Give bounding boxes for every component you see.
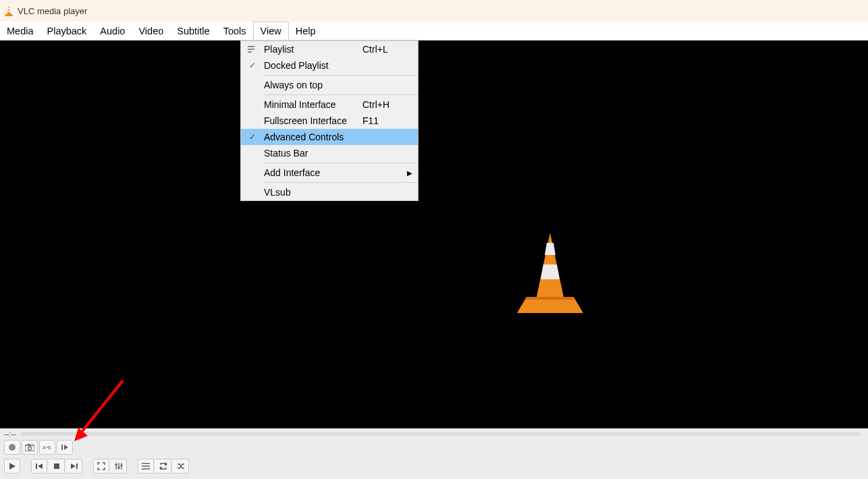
menu-item-label: Fullscreen Interface: [264, 115, 362, 126]
video-area: [0, 40, 868, 428]
menu-video[interactable]: Video: [132, 22, 170, 40]
record-button[interactable]: [4, 440, 20, 455]
view-dropdown: Playlist Ctrl+L ✓ Docked Playlist Always…: [240, 40, 418, 201]
main-controls-row: [0, 457, 868, 476]
snapshot-button[interactable]: [22, 440, 38, 455]
menu-item-shortcut: Ctrl+H: [362, 99, 403, 110]
svg-rect-1: [7, 8, 10, 9]
menu-item-status-bar[interactable]: Status Bar: [241, 145, 418, 161]
frame-step-icon: [61, 443, 69, 451]
play-icon: [8, 462, 16, 470]
svg-marker-20: [64, 445, 68, 450]
title-bar: VLC media player: [0, 0, 868, 22]
svg-point-14: [28, 447, 32, 450]
menu-item-label: VLsub: [264, 187, 362, 198]
shuffle-button[interactable]: [173, 459, 189, 474]
submenu-arrow-icon: ▶: [403, 169, 412, 177]
menu-bar: Media Playback Audio Video Subtitle Tool…: [0, 22, 868, 40]
menu-item-docked-playlist[interactable]: ✓ Docked Playlist: [241, 57, 418, 74]
playlist-icon: [142, 463, 150, 470]
menu-item-fullscreen-interface[interactable]: Fullscreen Interface F11: [241, 113, 418, 129]
menu-item-vlsub[interactable]: VLsub: [241, 184, 418, 200]
stop-icon: [53, 463, 60, 470]
svg-marker-25: [71, 463, 76, 469]
menu-item-advanced-controls[interactable]: ✓ Advanced Controls: [241, 129, 418, 145]
svg-rect-30: [115, 464, 117, 466]
menu-item-label: Minimal Interface: [264, 99, 362, 110]
fullscreen-icon: [97, 462, 105, 470]
menu-item-label: Docked Playlist: [264, 60, 362, 71]
seek-bar[interactable]: [20, 432, 860, 436]
check-icon: ✓: [241, 61, 264, 70]
previous-button[interactable]: [31, 459, 47, 474]
svg-rect-13: [25, 445, 34, 451]
extended-settings-button[interactable]: [111, 459, 127, 474]
menu-help[interactable]: Help: [289, 22, 323, 40]
menu-item-label: Advanced Controls: [264, 132, 362, 142]
loop-ab-icon: AB: [43, 443, 52, 451]
menu-item-minimal-interface[interactable]: Minimal Interface Ctrl+H: [241, 96, 418, 113]
svg-marker-36: [165, 462, 167, 466]
svg-marker-23: [38, 463, 43, 469]
time-elapsed: --:--: [4, 430, 16, 438]
menu-playback[interactable]: Playback: [40, 22, 94, 40]
svg-rect-2: [7, 11, 11, 12]
menu-audio[interactable]: Audio: [93, 22, 132, 40]
svg-marker-37: [159, 466, 161, 470]
playlist-toggle-button[interactable]: [138, 459, 154, 474]
equalizer-icon: [115, 462, 123, 470]
repeat-button[interactable]: [155, 459, 171, 474]
svg-marker-6: [541, 264, 560, 279]
menu-separator: [264, 94, 418, 95]
menu-separator: [264, 182, 418, 183]
menu-item-add-interface[interactable]: Add Interface ▶: [241, 165, 418, 181]
frame-step-button[interactable]: [57, 440, 73, 455]
svg-text:B: B: [48, 445, 51, 450]
playlist-icon: [241, 45, 264, 53]
menu-item-always-on-top[interactable]: Always on top: [241, 77, 418, 93]
fullscreen-button[interactable]: [93, 459, 109, 474]
menu-item-shortcut: Ctrl+L: [362, 44, 403, 55]
menu-item-label: Always on top: [264, 80, 362, 90]
stop-button[interactable]: [49, 459, 65, 474]
svg-marker-8: [525, 297, 575, 300]
advanced-controls-row: AB: [0, 438, 868, 457]
svg-marker-3: [5, 14, 13, 16]
previous-icon: [35, 462, 43, 470]
menu-view[interactable]: View: [253, 22, 289, 40]
svg-rect-31: [117, 467, 119, 468]
repeat-icon: [159, 462, 167, 470]
menu-tools[interactable]: Tools: [217, 22, 253, 40]
svg-rect-22: [36, 463, 37, 469]
svg-rect-26: [76, 463, 78, 469]
menu-separator: [264, 163, 418, 163]
vlc-cone-logo: [513, 229, 587, 317]
svg-marker-0: [7, 5, 11, 14]
menu-media[interactable]: Media: [0, 22, 40, 40]
loop-ab-button[interactable]: AB: [39, 440, 55, 455]
next-icon: [70, 462, 78, 470]
menu-separator: [264, 75, 418, 76]
svg-point-12: [9, 444, 16, 451]
camera-icon: [25, 444, 34, 451]
shuffle-icon: [177, 462, 185, 470]
next-button[interactable]: [66, 459, 82, 474]
svg-rect-19: [61, 445, 63, 450]
window-title: VLC media player: [18, 6, 87, 16]
vlc-cone-icon: [4, 5, 13, 17]
menu-item-label: Playlist: [264, 44, 362, 55]
check-icon: ✓: [241, 132, 264, 142]
svg-rect-24: [54, 463, 59, 469]
menu-item-label: Add Interface: [264, 167, 362, 178]
svg-text:A: A: [43, 445, 46, 450]
control-bar: --:-- AB: [0, 428, 868, 479]
svg-marker-21: [9, 463, 16, 470]
menu-item-label: Status Bar: [264, 148, 362, 159]
svg-marker-5: [545, 243, 555, 255]
menu-item-shortcut: F11: [362, 115, 403, 126]
svg-rect-15: [28, 444, 30, 445]
menu-subtitle[interactable]: Subtitle: [170, 22, 216, 40]
record-icon: [8, 443, 16, 451]
menu-item-playlist[interactable]: Playlist Ctrl+L: [241, 41, 418, 57]
play-button[interactable]: [4, 459, 20, 474]
